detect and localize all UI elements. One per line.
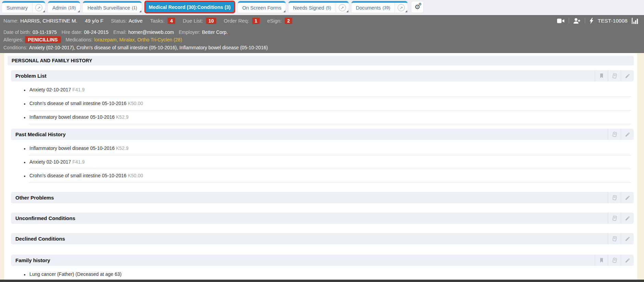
- book-icon[interactable]: [608, 255, 621, 266]
- tasks-label: Tasks:: [150, 18, 165, 24]
- tab-health-surveillance[interactable]: Health Surveillance (1): [83, 1, 141, 13]
- book-icon[interactable]: [608, 192, 621, 203]
- separator: [569, 18, 569, 24]
- tab-admin-label: Admin: [52, 5, 66, 11]
- section-header-unconfirmed-conditions: Unconfirmed Conditions: [11, 213, 634, 224]
- section-header-family-history: Family history: [11, 255, 634, 266]
- name-label: Name:: [3, 18, 18, 24]
- icd-code: F41.9: [72, 159, 85, 165]
- pencil-icon[interactable]: [621, 213, 634, 224]
- popout-arrow-icon: ↗: [398, 4, 405, 11]
- pencil-icon[interactable]: [621, 255, 634, 266]
- bookmark-icon[interactable]: [595, 255, 608, 266]
- tab-on-screen-forms[interactable]: On Screen Forms: [238, 1, 286, 13]
- book-icon[interactable]: [608, 70, 621, 81]
- hire-date-label: Hire date:: [62, 29, 82, 35]
- tab-settings-button[interactable]: ⚙ ⚙: [411, 1, 424, 13]
- patient-header-row-1: Name: HARRIS, CHRISTINE M. 49 y/o F Stat…: [3, 16, 639, 25]
- section-actions: [595, 70, 634, 81]
- tab-documents[interactable]: Documents (39) ↗: [351, 1, 408, 13]
- video-camera-icon[interactable]: [557, 18, 565, 24]
- section-actions: [608, 129, 634, 140]
- tab-admin[interactable]: Admin (19): [48, 1, 80, 13]
- book-icon[interactable]: [608, 129, 621, 140]
- allergies-label: Allergies:: [3, 37, 23, 42]
- tab-on-screen-forms-label: On Screen Forms: [242, 5, 281, 11]
- dob-label: Date of birth:: [3, 29, 31, 35]
- pencil-icon[interactable]: [621, 129, 634, 140]
- patient-header-actions: TEST-10008: [557, 18, 639, 24]
- bottom-bar: [0, 280, 644, 282]
- content-panel: PERSONAL AND FAMILY HISTORY Problem List…: [4, 53, 637, 280]
- tab-bar: Summary ↗ Admin (19) Health Surveillance…: [0, 0, 644, 15]
- tab-needs-signed-popout-button[interactable]: ↗: [336, 3, 349, 13]
- section-title: Other Problems: [15, 195, 54, 201]
- tab-health-surveillance-count: (1): [132, 5, 137, 10]
- patient-header-row-4: Conditions: Anxiety (02-10-2017), Crohn'…: [3, 43, 639, 51]
- email-label: Email:: [113, 29, 127, 35]
- past-medical-history-items: Inflammatory bowel disease 05-10-2016K52…: [11, 142, 631, 183]
- tab-needs-signed[interactable]: Needs Signed (5) ↗: [288, 1, 348, 13]
- bookmark-icon[interactable]: [595, 70, 608, 81]
- order-req-label: Order Req:: [224, 18, 249, 24]
- order-req-count-badge[interactable]: 1: [252, 18, 260, 24]
- section-title: Past Medical History: [15, 131, 66, 137]
- esign-count-badge[interactable]: 2: [285, 18, 292, 24]
- tab-summary-label: Summary: [7, 5, 28, 11]
- tab-summary[interactable]: Summary ↗: [2, 1, 45, 13]
- icd-code: K52.9: [116, 145, 129, 151]
- sections-container: Problem List Anxiety 02-10-2017F41.9 Cro…: [11, 70, 634, 280]
- tab-health-surveillance-label: Health Surveillance: [87, 5, 130, 11]
- esign-label: eSign:: [267, 18, 282, 24]
- tab-documents-count: (39): [383, 5, 390, 10]
- tab-medical-record-conditions[interactable]: Medical Record (30):Conditions (3): [144, 1, 235, 13]
- tab-summary-popout-button[interactable]: ↗: [32, 3, 45, 13]
- patient-employer: Better Corp.: [202, 29, 228, 35]
- list-item: Lung cancer (Father) (Deceased at age 63…: [29, 268, 631, 280]
- patient-dob: 03-11-1975: [33, 29, 57, 35]
- section-title: Unconfirmed Conditions: [15, 215, 75, 221]
- patient-id: TEST-10008: [598, 18, 628, 24]
- pencil-icon[interactable]: [621, 233, 634, 244]
- patient-age-sex: 49 y/o F: [85, 18, 103, 24]
- problem-list-items: Anxiety 02-10-2017F41.9 Crohn's disease …: [11, 83, 631, 124]
- list-item: Anxiety 02-10-2017F41.9: [29, 83, 631, 97]
- pencil-icon[interactable]: [621, 70, 634, 81]
- separator: [585, 18, 585, 24]
- tasks-count-badge[interactable]: 4: [168, 18, 175, 24]
- list-item: Crohn's disease of small intestine 05-10…: [29, 97, 631, 111]
- page-title: PERSONAL AND FAMILY HISTORY: [8, 56, 634, 65]
- icd-code: F41.9: [72, 87, 85, 92]
- book-icon[interactable]: [608, 213, 621, 224]
- medications-list[interactable]: lorazepam, Miralax, Ortho Tri-Cyclen (28…: [94, 37, 182, 42]
- gears-icon-small: ⚙: [418, 2, 422, 6]
- pencil-icon[interactable]: [621, 192, 634, 203]
- book-icon[interactable]: [608, 233, 621, 244]
- list-item: Inflammatory bowel disease 05-10-2016K52…: [29, 142, 631, 155]
- section-actions: [608, 192, 634, 203]
- section-title: Declined Conditions: [15, 236, 65, 242]
- tab-admin-count: (19): [68, 5, 76, 10]
- icd-code: K52.9: [116, 114, 129, 120]
- bar-chart-icon[interactable]: [632, 18, 639, 24]
- tab-needs-signed-label: Needs Signed: [293, 5, 324, 11]
- icd-code: K50.00: [128, 101, 143, 106]
- section-header-declined-conditions: Declined Conditions: [11, 233, 634, 244]
- allergy-penicillins-badge[interactable]: PENICILLINS: [25, 36, 61, 43]
- popout-arrow-icon: ↗: [35, 4, 42, 11]
- add-user-icon[interactable]: [573, 18, 581, 24]
- tab-documents-popout-button[interactable]: ↗: [395, 3, 408, 13]
- patient-header-row-2: Date of birth: 03-11-1975 Hire date: 08-…: [3, 28, 639, 36]
- patient-status: Active: [129, 18, 143, 24]
- patient-hire-date: 08-24-2015: [84, 29, 108, 35]
- conditions-label: Conditions:: [3, 45, 27, 50]
- section-title: Family history: [15, 257, 50, 263]
- medications-label: Medications:: [66, 37, 93, 42]
- section-actions: [608, 233, 634, 244]
- lightning-bolt-icon[interactable]: [589, 18, 594, 24]
- tab-documents-label: Documents: [356, 5, 381, 11]
- patient-name: HARRIS, CHRISTINE M.: [20, 18, 77, 24]
- due-list-count-badge[interactable]: 10: [206, 18, 216, 24]
- section-actions: [608, 213, 634, 224]
- tab-medical-record-label: Medical Record (30):Conditions (3): [149, 4, 231, 10]
